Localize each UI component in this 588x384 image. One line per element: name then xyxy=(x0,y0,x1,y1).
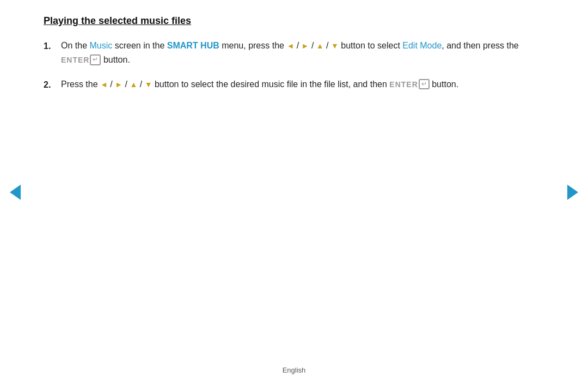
step-2-number: 2. xyxy=(44,77,56,92)
instructions-list: 1. On the Music screen in the SMART HUB … xyxy=(44,39,544,92)
enter-label-2: ENTER xyxy=(389,80,418,89)
page-title: Playing the selected music files xyxy=(44,15,191,27)
nav-right-arrow[interactable] xyxy=(567,185,578,200)
arrow-down-1: ▼ xyxy=(331,41,339,50)
arrow-right-1: ► xyxy=(302,41,309,50)
edit-mode-link: Edit Mode xyxy=(402,41,442,50)
arrow-down-2: ▼ xyxy=(145,80,152,89)
step-2-text: Press the ◄ / ► / ▲ / ▼ button to select… xyxy=(61,77,458,92)
nav-left-arrow[interactable] xyxy=(10,185,21,200)
arrow-up-2: ▲ xyxy=(130,80,137,89)
step-1-text: On the Music screen in the SMART HUB men… xyxy=(61,39,544,68)
smart-hub-link: SMART HUB xyxy=(167,41,219,50)
step-2: 2. Press the ◄ / ► / ▲ / ▼ button to sel… xyxy=(44,77,544,92)
enter-icon-1: ↵ xyxy=(90,54,101,65)
enter-label-1: ENTER xyxy=(61,56,89,64)
arrow-right-2: ► xyxy=(115,80,122,89)
arrow-left-2: ◄ xyxy=(100,80,108,89)
main-content: Playing the selected music files 1. On t… xyxy=(0,0,588,92)
enter-icon-2: ↵ xyxy=(419,79,430,90)
arrow-buttons-1: ◄ xyxy=(286,41,294,50)
step-1: 1. On the Music screen in the SMART HUB … xyxy=(44,39,544,68)
music-link: Music xyxy=(89,41,112,50)
footer-language: English xyxy=(283,366,306,374)
step-1-number: 1. xyxy=(44,39,56,53)
arrow-up-1: ▲ xyxy=(316,41,324,50)
